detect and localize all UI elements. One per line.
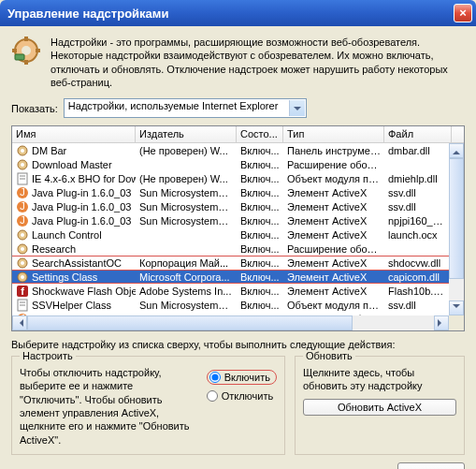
row-name: Research	[32, 243, 76, 255]
row-file: launch.ocx	[384, 229, 452, 241]
titlebar[interactable]: Управление надстройками ×	[0, 0, 476, 26]
gear-small-icon	[16, 256, 29, 270]
row-publisher: Adobe Systems In...	[136, 286, 237, 297]
table-row[interactable]: SSVHelper ClassSun Microsystems,...Включ…	[12, 298, 464, 312]
svg-text:J: J	[20, 200, 25, 212]
row-name: SearchAssistantOC	[32, 257, 122, 269]
row-file: dmbar.dll	[384, 145, 452, 156]
row-state: Включ...	[237, 300, 283, 311]
row-state: Включ...	[237, 229, 283, 241]
row-file: capicom.dll	[384, 271, 452, 283]
row-publisher: (Не проверен) W...	[136, 145, 237, 156]
scroll-up-button[interactable]	[449, 143, 464, 158]
row-state: Включ...	[237, 243, 283, 255]
horizontal-scrollbar[interactable]	[12, 315, 449, 330]
svg-point-8	[21, 149, 24, 153]
row-file: npjpi160_03.dll	[384, 215, 452, 227]
svg-text:J: J	[20, 186, 25, 198]
row-name: Shockwave Flash Object	[32, 286, 136, 297]
row-name: IE 4.x-6.x BHO for Dow...	[32, 173, 136, 184]
row-type: Объект модуля по...	[283, 173, 384, 184]
col-state[interactable]: Состо...	[237, 126, 283, 142]
row-type: Элемент ActiveX	[283, 271, 384, 283]
gear-icon	[11, 36, 41, 66]
table-row[interactable]: Launch ControlВключ...Элемент ActiveXlau…	[12, 227, 464, 242]
table-row[interactable]: Download MasterВключ...Расширение обозр.…	[12, 157, 464, 171]
settings-group: Настроить Чтобы отключить надстройку, вы…	[11, 356, 285, 455]
row-type: Элемент ActiveX	[283, 215, 384, 227]
row-name: Java Plug-in 1.6.0_03	[32, 215, 131, 227]
row-name: Java Plug-in 1.6.0_03	[32, 201, 131, 213]
update-group-title: Обновить	[303, 350, 355, 361]
row-file: ssv.dll	[384, 201, 452, 213]
scroll-down-button[interactable]	[449, 300, 464, 315]
table-row[interactable]: JJava Plug-in 1.6.0_03Sun Microsystems,.…	[12, 213, 464, 227]
table-row[interactable]: ResearchВключ...Расширение обозр...	[12, 242, 464, 256]
row-type: Элемент ActiveX	[283, 286, 384, 297]
show-label: Показать:	[11, 103, 58, 114]
disable-radio-label: Отключить	[222, 390, 274, 402]
list-header: Имя Издатель Состо... Тип Файл	[12, 126, 464, 143]
close-button[interactable]: ×	[454, 4, 472, 22]
scroll-thumb-h[interactable]	[27, 315, 353, 330]
row-type: Элемент ActiveX	[283, 229, 384, 241]
row-type: Расширение обозр...	[283, 159, 384, 170]
svg-point-25	[21, 261, 24, 265]
svg-rect-6	[15, 54, 24, 60]
col-file[interactable]: Файл	[384, 126, 452, 142]
enable-radio[interactable]	[209, 372, 221, 383]
row-file: shdocvw.dll	[384, 257, 452, 269]
svg-text:J: J	[20, 214, 25, 226]
show-dropdown-value: Надстройки, используемые Internet Explor…	[68, 100, 278, 111]
update-activex-button[interactable]: Обновить ActiveX	[303, 399, 456, 416]
list-body[interactable]: DM Bar(Не проверен) W...Включ...Панель и…	[12, 143, 464, 326]
col-name[interactable]: Имя	[12, 126, 136, 142]
table-row[interactable]: IE 4.x-6.x BHO for Dow...(Не проверен) W…	[12, 171, 464, 185]
col-publisher[interactable]: Издатель	[136, 126, 237, 142]
show-dropdown[interactable]: Надстройки, используемые Internet Explor…	[64, 98, 307, 118]
table-row[interactable]: JJava Plug-in 1.6.0_03Sun Microsystems,.…	[12, 199, 464, 213]
info-text: Надстройки - это программы, расширяющие …	[50, 36, 465, 89]
enable-radio-label: Включить	[224, 372, 270, 383]
col-type[interactable]: Тип	[283, 126, 384, 142]
row-file: ssv.dll	[384, 300, 452, 311]
scroll-left-button[interactable]	[12, 315, 27, 330]
scroll-corner	[449, 315, 464, 330]
window-title: Управление надстройками	[7, 7, 454, 21]
row-type: Элемент ActiveX	[283, 257, 384, 269]
table-row[interactable]: Settings ClassMicrosoft Corpora...Включ.…	[12, 270, 464, 284]
flash-icon: f	[16, 285, 29, 298]
row-state: Включ...	[237, 145, 283, 156]
table-row[interactable]: fShockwave Flash ObjectAdobe Systems In.…	[12, 284, 464, 298]
row-state: Включ...	[237, 215, 283, 227]
footer: Подробнее о надстройках OK	[11, 462, 465, 469]
row-publisher: Sun Microsystems,...	[136, 300, 237, 311]
svg-rect-2	[24, 37, 28, 41]
row-publisher: (Не проверен) W...	[136, 173, 237, 184]
disable-radio[interactable]	[207, 390, 218, 402]
row-state: Включ...	[237, 257, 283, 269]
row-publisher: Microsoft Corpora...	[136, 271, 237, 283]
update-group: Обновить Щелкните здесь, чтобы обновить …	[295, 356, 465, 455]
row-publisher: Sun Microsystems,...	[136, 187, 237, 198]
row-name: Java Plug-in 1.6.0_03	[32, 187, 131, 198]
ok-button[interactable]: OK	[397, 462, 465, 469]
table-row[interactable]: JJava Plug-in 1.6.0_03Sun Microsystems,.…	[12, 185, 464, 199]
gear-small-icon	[16, 228, 29, 242]
row-name: DM Bar	[32, 145, 66, 156]
disable-radio-row[interactable]: Отключить	[207, 390, 277, 402]
svg-text:f: f	[21, 286, 24, 297]
row-name: Settings Class	[32, 271, 97, 283]
table-row[interactable]: DM Bar(Не проверен) W...Включ...Панель и…	[12, 143, 464, 157]
java-icon: J	[16, 200, 29, 213]
vertical-scrollbar[interactable]	[449, 143, 464, 315]
row-state: Включ...	[237, 187, 283, 198]
gear-small-icon	[16, 144, 29, 157]
panel-row: Настроить Чтобы отключить надстройку, вы…	[11, 356, 465, 455]
update-help-text: Щелкните здесь, чтобы обновить эту надст…	[303, 366, 456, 393]
java-icon: J	[16, 214, 29, 227]
scroll-right-button[interactable]	[434, 315, 449, 330]
enable-radio-row[interactable]: Включить	[207, 370, 277, 385]
scroll-thumb-v[interactable]	[449, 158, 464, 279]
table-row[interactable]: SearchAssistantOCКорпорация Май...Включ.…	[12, 256, 464, 270]
